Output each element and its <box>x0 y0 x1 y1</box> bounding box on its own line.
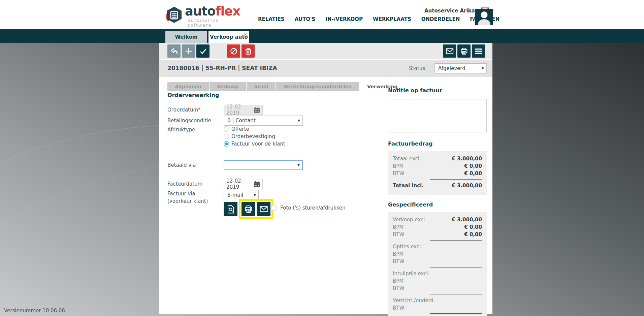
tab-strip: Welkom Verkoop auto × <box>0 29 644 43</box>
account-link[interactable]: Autoservice Arikan <box>424 8 478 14</box>
page-title: 20180016 | 55-RH-PR | SEAT IBIZA <box>167 65 277 71</box>
radio-icon <box>224 134 229 139</box>
divider <box>430 294 482 294</box>
status-label: Status <box>409 65 425 71</box>
calendar-icon[interactable] <box>254 181 260 187</box>
print-button[interactable] <box>457 44 471 58</box>
foto-checkbox-row: Foto ('s) sturen/afdrukken <box>271 205 346 211</box>
notitie-textarea[interactable] <box>388 99 487 132</box>
foto-checkbox-label: Foto ('s) sturen/afdrukken <box>280 205 346 211</box>
radio-factuur-voor-de-klant[interactable]: Factuur voor de klant <box>224 141 285 147</box>
radio-offerte[interactable]: Offerte <box>224 126 285 132</box>
print-invoice-button[interactable] <box>242 202 255 216</box>
calendar-icon[interactable] <box>254 107 260 113</box>
section-title: Orderverwerking <box>167 92 219 98</box>
main-nav: RELATIES AUTO'S IN-/VERKOOP WERKPLAATS O… <box>258 16 500 22</box>
tab-verkoop-auto[interactable]: Verkoop auto × <box>208 31 249 43</box>
content-panel: 20180016 | 55-RH-PR | SEAT IBIZA Status … <box>159 43 492 314</box>
factuur-via-label: Factuur via (voorkeur klant) <box>167 190 224 205</box>
invoice-send-buttons <box>224 199 273 219</box>
subtab-verkoop[interactable]: Verkoop <box>210 82 246 91</box>
subtab-algemeen[interactable]: Algemeen <box>167 82 209 91</box>
email-icon <box>446 48 454 55</box>
invoice-summary-column: Notitie op factuur Factuurbedrag Totaal … <box>388 87 487 316</box>
delete-icon <box>245 47 252 55</box>
menu-icon <box>475 48 482 54</box>
gespecificeerd-heading: Gespecificeerd <box>388 201 487 208</box>
app-header: autoflex automotive software RELATIES AU… <box>0 0 644 29</box>
confirm-icon <box>199 47 207 55</box>
status-select[interactable]: Afgeleverd ▼ <box>434 63 487 73</box>
nav-onderdelen[interactable]: ONDERDELEN <box>421 16 460 22</box>
divider <box>430 267 482 267</box>
email-invoice-button[interactable] <box>257 202 270 216</box>
factuurdatum-input[interactable]: 12-02-2019 <box>224 179 263 189</box>
cancel-button[interactable] <box>227 44 240 58</box>
logo-wordmark: autoflex <box>185 4 240 19</box>
highlight-box <box>239 199 273 219</box>
divider <box>430 179 482 180</box>
email-icon <box>259 206 268 213</box>
afdruktype-label: Afdruktype <box>167 126 224 133</box>
chevron-down-icon: ▼ <box>254 193 256 197</box>
toolbar-danger-group <box>227 44 255 58</box>
subtab-bar: Algemeen Verkoop Inruil Verrichtingen/on… <box>167 82 405 91</box>
orderdatum-input[interactable]: 12-02-2019 <box>224 105 263 115</box>
gespecificeerd-panel: Verkoop excl.€ 3.000,00 BPM€ 0,00 BTW€ 0… <box>388 212 487 316</box>
logo-tagline: automotive software <box>188 18 242 28</box>
radio-orderbevestiging[interactable]: Orderbevestiging <box>224 133 285 139</box>
factuur-via-select[interactable]: E-mail ▼ <box>224 190 259 200</box>
menu-button[interactable] <box>472 44 485 58</box>
chevron-down-icon: ▼ <box>298 119 300 122</box>
preview-invoice-button[interactable] <box>224 202 237 216</box>
add-icon <box>185 48 192 55</box>
email-button[interactable] <box>443 44 456 58</box>
betalingsconditie-label: Betalingsconditie <box>167 118 224 124</box>
record-header: 20180016 | 55-RH-PR | SEAT IBIZA Status … <box>159 60 492 77</box>
orderdatum-label: Orderdatum* <box>167 107 224 113</box>
tab-welkom[interactable]: Welkom <box>165 31 207 43</box>
chevron-down-icon: ▼ <box>297 163 300 167</box>
chevron-down-icon: ▼ <box>482 67 484 70</box>
print-icon <box>244 205 253 214</box>
delete-button[interactable] <box>242 44 255 58</box>
add-button[interactable] <box>182 44 195 58</box>
print-icon <box>460 47 468 55</box>
subtab-inruil[interactable]: Inruil <box>247 82 276 91</box>
nav-in-verkoop[interactable]: IN-/VERKOOP <box>325 16 363 22</box>
nav-werkplaats[interactable]: WERKPLAATS <box>373 16 411 22</box>
version-number: Versienummer 10.06.06 <box>4 308 65 314</box>
subtab-verrichtingen-onderdelen[interactable]: Verrichtingen/onderdelen <box>276 82 359 91</box>
divider <box>430 240 482 241</box>
factuurdatum-label: Factuurdatum <box>167 181 224 187</box>
radio-icon <box>224 126 229 132</box>
notitie-heading: Notitie op factuur <box>388 87 487 94</box>
nav-relaties[interactable]: RELATIES <box>258 16 285 22</box>
autoflex-logo-icon <box>164 5 184 25</box>
foto-checkbox[interactable] <box>271 205 277 211</box>
undo-button[interactable] <box>167 44 181 58</box>
factuurbedrag-panel: Totaal excl.€ 3.000,00 BPM€ 0,00 BTW€ 0,… <box>388 151 487 195</box>
factuurbedrag-heading: Factuurbedrag <box>388 140 487 147</box>
autoflex-logo: autoflex automotive software <box>164 3 242 26</box>
toolbar-left-group <box>167 44 210 58</box>
afdruktype-radio-group: Offerte Orderbevestiging Factuur voor de… <box>224 126 285 147</box>
confirm-button[interactable] <box>196 44 210 58</box>
divider <box>430 313 482 314</box>
toolbar <box>159 43 492 59</box>
user-avatar-icon[interactable] <box>475 9 493 25</box>
preview-document-icon <box>227 204 235 214</box>
radio-selected-icon <box>224 141 229 147</box>
nav-autos[interactable]: AUTO'S <box>295 16 316 22</box>
betaald-via-select[interactable]: ▼ <box>224 160 303 170</box>
undo-icon <box>170 47 178 55</box>
betaald-via-label: Betaald via <box>167 162 224 168</box>
betalingsconditie-select[interactable]: 0 | Contant ▼ <box>224 116 303 126</box>
toolbar-right-group <box>443 44 485 58</box>
cancel-icon <box>230 47 238 55</box>
close-icon[interactable]: × <box>244 32 248 37</box>
